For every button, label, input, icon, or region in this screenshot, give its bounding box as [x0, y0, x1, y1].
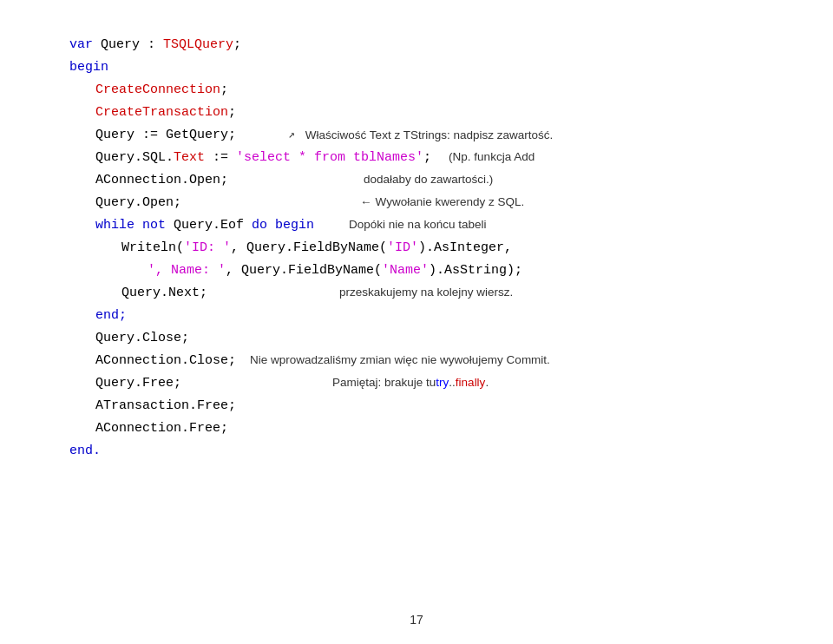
code-atransaction-free: ATransaction.Free; [95, 396, 236, 417]
annotation-text-line7: dodałaby do zawartości.) [364, 170, 493, 189]
code-line-15: AConnection.Close; Nie wprowadzaliśmy zm… [69, 351, 781, 373]
code-query-1: Query : [101, 35, 163, 56]
code-tsqlquery: TSQLQuery [163, 35, 233, 56]
annotation-line5: ↗ Właściwość Text z TStrings: nadpisz za… [288, 126, 553, 145]
code-line-19: end. [69, 441, 781, 463]
keyword-begin-2: begin [275, 215, 314, 237]
code-fieldbyname-2: , Query.FieldByName( [226, 260, 382, 282]
code-querysql: Query.SQL. [95, 148, 174, 169]
code-query-next: Query.Next; [121, 283, 207, 305]
annotation-text-line5: Właściwość Text z TStrings: nadpisz zawa… [305, 126, 553, 145]
code-semi-2: ; [220, 80, 228, 102]
code-line-12: Query.Next; przeskakujemy na kolejny wie… [69, 283, 781, 306]
code-writeln-1: Writeln( [121, 238, 184, 260]
code-name-str: ', Name: ' [148, 260, 226, 282]
code-semi-3: ; [228, 102, 236, 124]
code-line-18: AConnection.Free; [69, 418, 781, 441]
annotation-line16: Pamiętaj: brakuje tu try .. finally . [332, 373, 489, 392]
code-line-2: begin [69, 57, 781, 80]
code-line-5: Query := GetQuery; ↗ Właściwość Text z T… [69, 125, 781, 148]
annotation-suffix: . [485, 373, 489, 392]
code-line-1: var Query : TSQLQuery ; [69, 35, 781, 57]
code-assign: := [205, 148, 236, 169]
code-query-eof: Query.Eof [174, 215, 252, 237]
code-line-4: CreateTransaction ; [69, 102, 781, 125]
code-text-prop: Text [174, 148, 205, 169]
code-name-param: 'Name' [382, 260, 429, 282]
code-select-str: 'select * from tblNames' [236, 148, 423, 169]
annotation-finally: finally [456, 373, 486, 392]
code-query-close: Query.Close; [95, 328, 189, 350]
code-id-param: 'ID' [387, 238, 418, 260]
keyword-not: not [142, 215, 174, 237]
annotation-text-line8: Wywołanie kwerendy z SQL. [376, 193, 525, 212]
code-block: var Query : TSQLQuery ; begin CreateConn… [69, 35, 781, 463]
annotation-prefix-line16: Pamiętaj: brakuje tu [332, 373, 436, 392]
code-line-14: Query.Close; [69, 328, 781, 351]
code-semi-4: ; [423, 148, 431, 169]
code-line-11: ', Name: ' , Query.FieldByName( 'Name' )… [69, 260, 781, 283]
annotation-text-line15: Nie wprowadzaliśmy zmian więc nie wywołu… [250, 351, 550, 370]
code-line-6: Query.SQL. Text := 'select * from tblNam… [69, 148, 781, 170]
code-aconnection-free: AConnection.Free; [95, 418, 228, 440]
keyword-end-1: end; [95, 306, 127, 327]
code-asstring: ).AsString); [429, 260, 522, 282]
annotation-sep: .. [449, 373, 456, 392]
code-semi-1: ; [233, 35, 241, 56]
page-container: var Query : TSQLQuery ; begin CreateConn… [0, 0, 833, 644]
code-getquery: Query := GetQuery; [95, 125, 236, 147]
code-id-str: 'ID: ' [184, 238, 231, 260]
code-line-17: ATransaction.Free; [69, 396, 781, 418]
code-line-16: Query.Free; Pamiętaj: brakuje tu try .. … [69, 373, 781, 396]
page-number: 17 [410, 613, 423, 627]
code-line-10: Writeln( 'ID: ' , Query.FieldByName( 'ID… [69, 238, 781, 260]
code-query-open: Query.Open; [95, 193, 181, 214]
keyword-while: while [95, 215, 142, 237]
annotation-line8: ← Wywołanie kwerendy z SQL. [360, 193, 524, 212]
annotation-text-line9: Dopóki nie na końcu tabeli [349, 215, 486, 234]
arrow-diag-icon: ↗ [288, 126, 295, 144]
code-fieldbyname-1: , Query.FieldByName( [231, 238, 387, 260]
code-line-3: CreateConnection ; [69, 80, 781, 102]
arrow-left-icon: ← [360, 193, 372, 212]
code-line-9: while not Query.Eof do begin Dopóki nie … [69, 215, 781, 238]
code-line-13: end; [69, 306, 781, 328]
code-aconnection-close: AConnection.Close; [95, 351, 236, 372]
code-createtransaction: CreateTransaction [95, 102, 228, 124]
code-line-8: Query.Open; ← Wywołanie kwerendy z SQL. [69, 193, 781, 215]
keyword-var: var [69, 35, 101, 56]
code-asinteger: ).AsInteger, [418, 238, 512, 260]
annotation-text-line12: przeskakujemy na kolejny wiersz. [339, 283, 513, 302]
keyword-end-final: end. [69, 441, 101, 463]
code-aconnection-open: AConnection.Open; [95, 170, 228, 192]
keyword-begin-1: begin [69, 57, 108, 79]
annotation-try: try [436, 373, 449, 392]
code-createconnection: CreateConnection [95, 80, 220, 102]
code-line-7: AConnection.Open; dodałaby do zawartości… [69, 170, 781, 193]
code-query-free: Query.Free; [95, 373, 181, 395]
annotation-text-line6: (Np. funkcja Add [449, 148, 535, 167]
keyword-do: do [252, 215, 275, 237]
